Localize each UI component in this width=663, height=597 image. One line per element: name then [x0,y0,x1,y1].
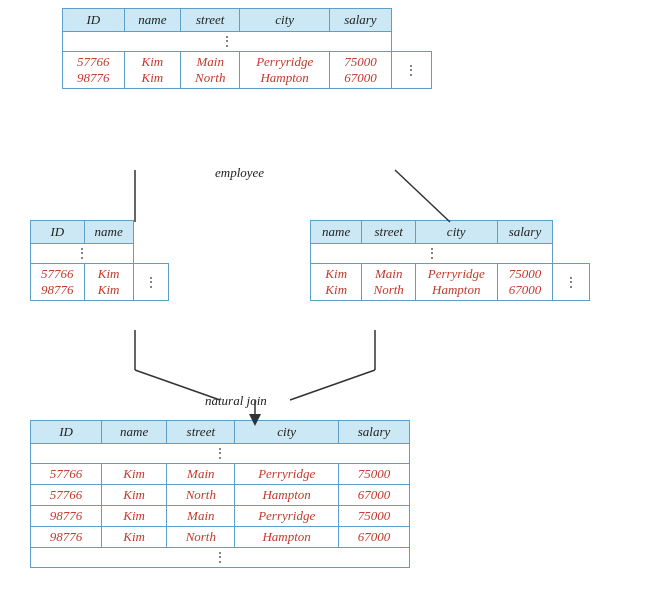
svg-line-1 [395,170,450,222]
col-salary: salary [497,221,553,244]
col-name: name [84,221,133,244]
col-name: name [311,221,362,244]
col-id: ID [31,221,85,244]
col-id: ID [31,421,102,444]
col-city: city [235,421,339,444]
col-salary: salary [338,421,409,444]
table-row: 98776 Kim North Hampton 67000 [31,527,410,548]
col-salary: salary [330,9,392,32]
label-natural-join: natural join [205,393,267,409]
col-id: ID [63,9,125,32]
col-city: city [240,9,330,32]
table-right: name street city salary ⋮ KimKim MainNor… [310,220,590,301]
table-row: ⋮ [31,244,169,264]
table-row: ⋮ [31,444,410,464]
table-row: 98776 Kim Main Perryridge 75000 [31,506,410,527]
col-city: city [415,221,497,244]
table-row: ⋮ [31,548,410,568]
diagram-container: ID name street city salary ⋮ 5776698776 … [0,0,663,597]
table-employee: ID name street city salary ⋮ 5776698776 … [62,8,432,89]
table-row: 57766 Kim North Hampton 67000 [31,485,410,506]
col-street: street [167,421,235,444]
table-row: ⋮ [63,32,432,52]
col-name: name [124,9,181,32]
svg-line-5 [290,370,375,400]
table-row: 57766 Kim Main Perryridge 75000 [31,464,410,485]
col-name: name [102,421,167,444]
col-street: street [181,9,240,32]
label-employee: employee [215,165,264,181]
table-result: ID name street city salary ⋮ 57766 Kim M… [30,420,410,568]
table-left: ID name ⋮ 5776698776 KimKim ⋮ [30,220,169,301]
table-row: ⋮ [311,244,590,264]
col-street: street [362,221,416,244]
